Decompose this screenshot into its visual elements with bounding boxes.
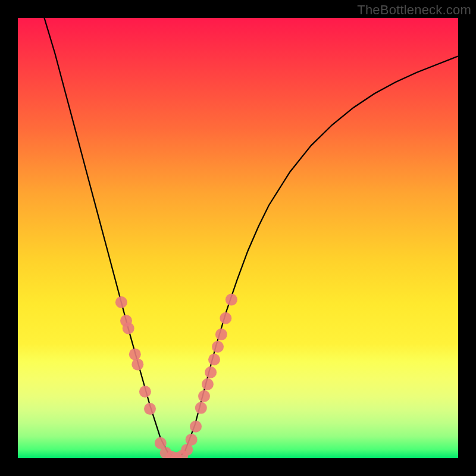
- data-dot: [198, 390, 210, 402]
- data-dot: [129, 348, 141, 360]
- data-dot: [205, 367, 217, 378]
- data-dot: [186, 434, 198, 446]
- data-dot: [139, 386, 151, 397]
- data-dot: [220, 312, 231, 324]
- data-dot: [215, 328, 227, 340]
- data-dot: [202, 378, 214, 390]
- bottleneck-curve: [44, 18, 458, 458]
- data-dot: [144, 403, 156, 415]
- chart-frame: TheBottleneck.com: [0, 0, 476, 476]
- data-dots: [115, 294, 237, 458]
- curve-layer: [18, 18, 458, 458]
- data-dot: [115, 296, 127, 308]
- plot-area: [18, 18, 458, 458]
- data-dot: [123, 322, 134, 334]
- data-dot: [212, 341, 224, 353]
- watermark-text: TheBottleneck.com: [357, 2, 471, 18]
- data-dot: [208, 353, 220, 365]
- data-dot: [190, 421, 202, 433]
- data-dot: [181, 444, 193, 456]
- data-dot: [131, 358, 143, 370]
- data-dot: [226, 294, 237, 306]
- data-dot: [195, 402, 207, 414]
